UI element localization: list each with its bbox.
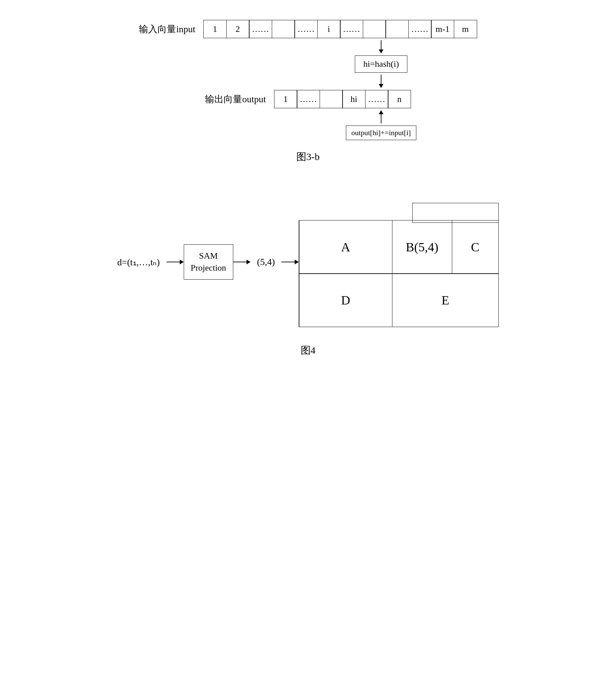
cell-dots4: ……	[408, 20, 432, 38]
out-cell-n: n	[388, 90, 411, 108]
arrow-from-sam	[233, 260, 250, 264]
out-cell-dots1: ……	[297, 90, 320, 108]
main-grid: A B(5,4) C D E	[299, 220, 499, 327]
out-cell-hi: hi	[342, 90, 366, 108]
arrow-to-output	[379, 75, 383, 88]
top-rect	[412, 203, 499, 223]
cell-C: C	[452, 220, 499, 274]
cell-B: B(5,4)	[392, 220, 453, 274]
arrow-to-hash	[379, 40, 383, 53]
fig4-grid-wrapper: A B(5,4) C D E	[299, 220, 499, 327]
figure-3b: 输入向量input 1 2 …… …… i …… …… m-1 m hi=has…	[20, 20, 596, 164]
input-label: 输入向量input	[139, 23, 195, 36]
coord-label: (5,4)	[257, 257, 275, 267]
fig3b-caption: 图3-b	[296, 150, 320, 164]
cell-m1: m-1	[431, 20, 454, 38]
cell-2: 2	[226, 20, 249, 38]
figure-4: d=(t₁,…,tₙ) SAM Projection (5,4)	[20, 197, 596, 357]
fig4-caption: 图4	[301, 344, 316, 357]
cell-i: i	[317, 20, 340, 38]
input-array: 1 2 …… …… i …… …… m-1 m	[203, 20, 477, 38]
cell-E: E	[392, 273, 499, 327]
cell-dots3: ……	[340, 20, 363, 38]
output-label: 输出向量output	[205, 93, 266, 106]
cell-dots2: ……	[294, 20, 317, 38]
arrow-to-sam	[167, 260, 184, 264]
out-cell-blank	[320, 90, 343, 108]
output-array: 1 …… hi …… n	[274, 90, 411, 108]
arrow-from-update	[379, 110, 383, 123]
out-cell-1: 1	[274, 90, 298, 108]
cell-blank3	[386, 20, 409, 38]
sam-box: SAM Projection	[184, 244, 233, 280]
input-row: 输入向量input 1 2 …… …… i …… …… m-1 m	[139, 20, 477, 38]
cell-1: 1	[203, 20, 226, 38]
cell-A: A	[299, 220, 393, 274]
fig4-diagram: d=(t₁,…,tₙ) SAM Projection (5,4)	[20, 197, 596, 327]
hash-box: hi=hash(i)	[355, 55, 407, 73]
update-box: output[hi]+=input[i]	[346, 125, 417, 140]
cell-blank1	[272, 20, 295, 38]
out-cell-dots2: ……	[365, 90, 389, 108]
cell-D: D	[299, 273, 393, 327]
arrow-to-grid	[281, 260, 299, 264]
d-label: d=(t₁,…,tₙ)	[117, 257, 160, 268]
cell-m: m	[454, 20, 477, 38]
cell-dots1: ……	[249, 20, 272, 38]
cell-blank2	[363, 20, 386, 38]
output-row: 输出向量output 1 …… hi …… n	[205, 90, 411, 108]
